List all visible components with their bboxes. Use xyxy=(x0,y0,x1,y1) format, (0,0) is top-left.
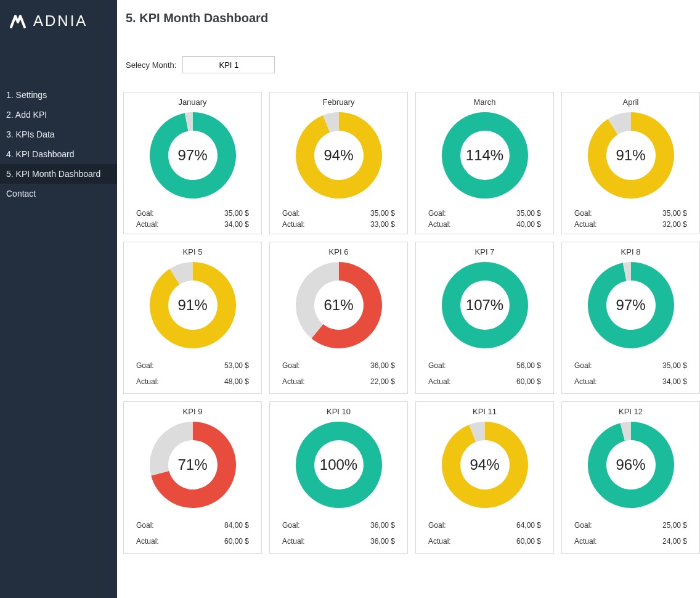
kpi-actual-label: Actual: xyxy=(428,377,451,386)
nav-item[interactable]: 5. KPI Month Dashboard xyxy=(0,164,117,184)
kpi-percent-value: 97% xyxy=(585,259,677,351)
kpi-actual-value: 34,00 $ xyxy=(224,220,249,229)
kpi-actual-row: Actual: 33,00 $ xyxy=(277,219,400,230)
kpi-actual-row: Actual: 34,00 $ xyxy=(131,219,254,230)
main-content: 5. KPI Month Dashboard Selecy Month: KPI… xyxy=(117,0,700,598)
kpi-goal-row: Goal: 35,00 $ xyxy=(423,208,546,219)
kpi-percent-value: 91% xyxy=(585,109,677,202)
brand-logo: ADNIA xyxy=(0,6,117,48)
kpi-values: Goal: 25,00 $ Actual: 24,00 $ xyxy=(569,517,692,549)
kpi-percent-value: 114% xyxy=(439,109,531,202)
month-selector-label: Selecy Month: xyxy=(126,60,176,70)
kpi-card-title: January xyxy=(178,97,206,107)
kpi-actual-value: 48,00 $ xyxy=(224,377,249,386)
kpi-donut-chart: 94% xyxy=(293,109,385,202)
kpi-values: Goal: 35,00 $ Actual: 34,00 $ xyxy=(131,208,254,230)
kpi-actual-label: Actual: xyxy=(282,537,305,546)
kpi-card-title: KPI 9 xyxy=(183,407,203,416)
kpi-goal-row: Goal: 84,00 $ xyxy=(131,517,254,533)
kpi-goal-row: Goal: 64,00 $ xyxy=(423,517,546,533)
kpi-card-title: KPI 5 xyxy=(183,247,203,256)
kpi-goal-value: 35,00 $ xyxy=(370,209,395,218)
kpi-goal-label: Goal: xyxy=(428,521,446,530)
kpi-goal-label: Goal: xyxy=(136,209,154,218)
kpi-card: March114% Goal: 35,00 $ Actual: 40,00 $ xyxy=(415,92,554,234)
kpi-card: KPI 1194% Goal: 64,00 $ Actual: 60,00 $ xyxy=(415,401,554,554)
kpi-actual-row: Actual: 32,00 $ xyxy=(569,219,692,230)
kpi-values: Goal: 35,00 $ Actual: 40,00 $ xyxy=(423,208,546,230)
kpi-goal-label: Goal: xyxy=(574,361,592,370)
kpi-donut-chart: 91% xyxy=(147,259,239,351)
kpi-actual-label: Actual: xyxy=(282,377,305,386)
kpi-grid: January97% Goal: 35,00 $ Actual: 34,00 $… xyxy=(123,92,694,554)
nav-item[interactable]: 3. KPIs Data xyxy=(0,125,117,144)
kpi-card-title: KPI 8 xyxy=(621,247,641,256)
kpi-percent-value: 97% xyxy=(147,109,239,202)
kpi-values: Goal: 35,00 $ Actual: 32,00 $ xyxy=(569,208,692,230)
kpi-goal-row: Goal: 35,00 $ xyxy=(277,208,400,219)
kpi-actual-label: Actual: xyxy=(282,220,305,229)
nav-item[interactable]: 1. Settings xyxy=(0,85,117,105)
kpi-goal-label: Goal: xyxy=(282,521,300,530)
kpi-actual-value: 60,00 $ xyxy=(516,537,541,546)
kpi-goal-value: 36,00 $ xyxy=(370,521,395,530)
kpi-actual-value: 33,00 $ xyxy=(370,220,395,229)
kpi-actual-label: Actual: xyxy=(574,537,597,546)
kpi-goal-value: 35,00 $ xyxy=(516,209,541,218)
kpi-actual-row: Actual: 36,00 $ xyxy=(277,533,400,549)
kpi-percent-value: 94% xyxy=(293,109,385,202)
month-selector-value: KPI 1 xyxy=(219,60,238,70)
month-selector[interactable]: KPI 1 xyxy=(182,56,275,73)
kpi-actual-row: Actual: 60,00 $ xyxy=(131,533,254,549)
kpi-goal-label: Goal: xyxy=(428,209,446,218)
kpi-goal-value: 84,00 $ xyxy=(224,521,249,530)
kpi-actual-value: 24,00 $ xyxy=(662,537,687,546)
kpi-values: Goal: 36,00 $ Actual: 36,00 $ xyxy=(277,517,400,549)
kpi-goal-label: Goal: xyxy=(574,521,592,530)
kpi-actual-label: Actual: xyxy=(136,537,159,546)
kpi-values: Goal: 84,00 $ Actual: 60,00 $ xyxy=(131,517,254,549)
kpi-values: Goal: 64,00 $ Actual: 60,00 $ xyxy=(423,517,546,549)
nav-item[interactable]: 2. Add KPI xyxy=(0,105,117,125)
kpi-donut-chart: 94% xyxy=(439,419,531,511)
kpi-card-title: February xyxy=(322,97,354,107)
kpi-card: KPI 897% Goal: 35,00 $ Actual: 34,00 $ xyxy=(561,242,700,394)
kpi-card: KPI 1296% Goal: 25,00 $ Actual: 24,00 $ xyxy=(561,401,700,554)
kpi-goal-value: 64,00 $ xyxy=(516,521,541,530)
kpi-actual-row: Actual: 60,00 $ xyxy=(423,374,546,390)
kpi-values: Goal: 35,00 $ Actual: 34,00 $ xyxy=(569,358,692,390)
logo-icon xyxy=(9,12,27,30)
kpi-donut-chart: 114% xyxy=(439,109,531,202)
kpi-percent-value: 107% xyxy=(439,259,531,351)
kpi-actual-label: Actual: xyxy=(428,537,451,546)
kpi-card-title: KPI 6 xyxy=(329,247,349,256)
kpi-card: KPI 10100% Goal: 36,00 $ Actual: 36,00 $ xyxy=(269,401,408,554)
nav-item[interactable]: Contact xyxy=(0,184,117,203)
kpi-goal-label: Goal: xyxy=(574,209,592,218)
kpi-actual-value: 60,00 $ xyxy=(516,377,541,386)
kpi-goal-value: 35,00 $ xyxy=(224,209,249,218)
kpi-card-title: March xyxy=(473,97,495,107)
kpi-actual-row: Actual: 24,00 $ xyxy=(569,533,692,549)
kpi-actual-label: Actual: xyxy=(574,377,597,386)
kpi-card: KPI 7107% Goal: 56,00 $ Actual: 60,00 $ xyxy=(415,242,554,394)
nav-item[interactable]: 4. KPI Dashboard xyxy=(0,144,117,164)
kpi-actual-row: Actual: 48,00 $ xyxy=(131,374,254,390)
kpi-donut-chart: 91% xyxy=(585,109,677,202)
kpi-actual-value: 34,00 $ xyxy=(662,377,687,386)
kpi-percent-value: 71% xyxy=(147,419,239,511)
kpi-percent-value: 91% xyxy=(147,259,239,351)
kpi-donut-chart: 96% xyxy=(585,419,677,511)
kpi-card-title: KPI 7 xyxy=(475,247,495,256)
kpi-goal-row: Goal: 35,00 $ xyxy=(569,208,692,219)
sidebar: ADNIA 1. Settings2. Add KPI3. KPIs Data4… xyxy=(0,0,117,598)
kpi-donut-chart: 97% xyxy=(147,109,239,202)
kpi-donut-chart: 97% xyxy=(585,259,677,351)
kpi-donut-chart: 61% xyxy=(293,259,385,351)
kpi-percent-value: 61% xyxy=(293,259,385,351)
kpi-goal-row: Goal: 25,00 $ xyxy=(569,517,692,533)
kpi-actual-value: 32,00 $ xyxy=(662,220,687,229)
kpi-card: KPI 661% Goal: 36,00 $ Actual: 22,00 $ xyxy=(269,242,408,394)
kpi-goal-value: 56,00 $ xyxy=(516,361,541,370)
nav: 1. Settings2. Add KPI3. KPIs Data4. KPI … xyxy=(0,85,117,203)
